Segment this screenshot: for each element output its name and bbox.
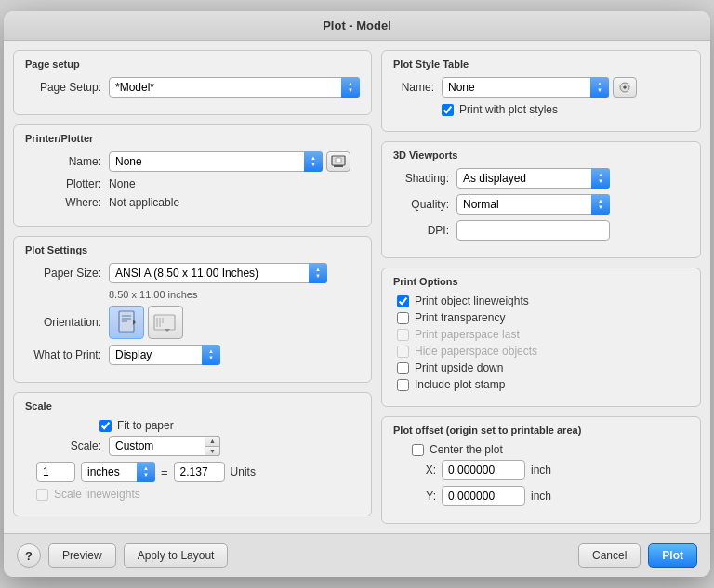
scale-left-input[interactable] [36, 462, 75, 482]
printer-name-label: Name: [25, 155, 109, 168]
quality-select-wrapper: Normal [456, 194, 610, 215]
fit-to-paper-row: Fit to paper [25, 419, 360, 432]
y-label: Y: [421, 490, 436, 503]
where-label: Where: [25, 196, 109, 209]
page-setup-section: Page setup Page Setup: *Model* [13, 50, 372, 115]
preview-button[interactable]: Preview [48, 543, 116, 568]
shading-select[interactable]: As displayed [456, 168, 610, 189]
plot-style-edit-button[interactable] [613, 77, 637, 98]
x-offset-input[interactable] [442, 460, 525, 480]
center-plot-label[interactable]: Center the plot [430, 443, 503, 456]
paper-size-row: Paper Size: ANSI A (8.50 x 11.00 Inches) [25, 263, 360, 283]
footer: ? Preview Apply to Layout Cancel Plot [4, 533, 710, 577]
dpi-row: DPI: [393, 220, 689, 241]
print-paperspace-last-checkbox[interactable] [397, 329, 409, 341]
help-button[interactable]: ? [17, 543, 41, 568]
hide-paperspace-objects-checkbox[interactable] [397, 346, 409, 358]
orientation-row: Orientation: [25, 306, 360, 339]
y-inch-label: inch [531, 490, 551, 503]
print-options-title: Print Options [393, 276, 689, 287]
fit-to-paper-checkbox[interactable] [99, 420, 112, 432]
shading-label: Shading: [393, 172, 456, 185]
print-option-1: Print transparency [393, 311, 689, 324]
shading-select-wrapper: As displayed [456, 168, 610, 189]
cancel-button[interactable]: Cancel [578, 543, 641, 568]
y-offset-row: Y: inch [393, 486, 689, 506]
plot-offset-section: Plot offset (origin set to printable are… [381, 416, 701, 524]
plot-button[interactable]: Plot [648, 543, 697, 568]
y-offset-input[interactable] [442, 486, 525, 506]
scale-input[interactable] [109, 436, 220, 456]
print-upside-down-label[interactable]: Print upside down [415, 361, 503, 374]
print-option-4: Print upside down [393, 361, 689, 374]
svg-rect-1 [334, 165, 343, 167]
print-option-0: Print object lineweights [393, 294, 689, 307]
inches-select[interactable]: inches [81, 462, 155, 482]
what-to-print-select[interactable]: Display [109, 345, 220, 365]
dpi-label: DPI: [393, 224, 456, 237]
hide-paperspace-objects-label: Hide paperspace objects [415, 345, 537, 358]
footer-left: ? Preview Apply to Layout [17, 543, 571, 568]
scale-lineweights-checkbox[interactable] [36, 489, 48, 501]
print-with-styles-label[interactable]: Print with plot styles [459, 103, 558, 116]
fit-to-paper-label[interactable]: Fit to paper [117, 419, 174, 432]
right-column: Plot Style Table Name: None [381, 50, 701, 524]
include-plot-stamp-label[interactable]: Include plot stamp [415, 378, 505, 391]
landscape-button[interactable] [148, 306, 183, 339]
paper-size-select[interactable]: ANSI A (8.50 x 11.00 Inches) [109, 263, 327, 283]
printer-name-select[interactable]: None [109, 151, 323, 172]
where-row: Where: Not applicable [25, 196, 360, 209]
dpi-input[interactable] [456, 220, 610, 241]
printer-name-select-wrapper: None [109, 151, 323, 172]
print-object-lineweights-label[interactable]: Print object lineweights [415, 294, 529, 307]
print-options-section: Print Options Print object lineweights P… [381, 268, 701, 407]
plot-settings-section: Plot Settings Paper Size: ANSI A (8.50 x… [13, 236, 372, 383]
left-column: Page setup Page Setup: *Model* Printer/P… [13, 50, 372, 524]
page-setup-title: Page setup [25, 59, 360, 70]
plot-style-select[interactable]: None [442, 77, 609, 98]
scale-up-arrow[interactable]: ▲ [205, 437, 219, 447]
paper-dimensions: 8.50 x 11.00 inches [109, 289, 360, 300]
scale-down-arrow[interactable]: ▼ [205, 447, 219, 456]
portrait-button[interactable] [109, 306, 144, 339]
viewports-3d-section: 3D Viewports Shading: As displayed Quali… [381, 141, 701, 258]
printer-plotter-section: Printer/Plotter Name: None [13, 124, 372, 227]
footer-right: Cancel Plot [578, 543, 697, 568]
x-inch-label: inch [531, 464, 551, 477]
center-plot-checkbox[interactable] [412, 444, 424, 456]
dialog-title: Plot - Model [323, 19, 391, 33]
quality-select[interactable]: Normal [456, 194, 610, 215]
print-object-lineweights-checkbox[interactable] [397, 295, 409, 307]
orientation-label: Orientation: [25, 316, 109, 329]
plot-dialog: Plot - Model Page setup Page Setup: *Mod… [4, 11, 710, 577]
scale-title: Scale [25, 400, 360, 412]
scale-arrows: ▲ ▼ [205, 436, 220, 456]
where-value: Not applicable [109, 196, 179, 209]
center-plot-row: Center the plot [393, 443, 689, 456]
scale-lineweights-row: Scale lineweights [25, 488, 360, 501]
print-transparency-label[interactable]: Print transparency [415, 311, 505, 324]
units-label: Units [231, 465, 256, 478]
inches-select-wrapper: inches [81, 462, 155, 482]
equals-sign: = [161, 465, 168, 479]
print-option-3: Hide paperspace objects [393, 345, 689, 358]
include-plot-stamp-checkbox[interactable] [397, 379, 409, 391]
page-setup-select-wrapper: *Model* [109, 77, 360, 98]
plotter-row: Plotter: None [25, 177, 360, 190]
plot-style-table-section: Plot Style Table Name: None [381, 50, 701, 132]
page-setup-label: Page Setup: [25, 81, 109, 94]
scale-right-input[interactable] [174, 462, 225, 482]
print-with-styles-row: Print with plot styles [393, 103, 689, 116]
x-label: X: [421, 464, 436, 477]
printer-properties-button[interactable] [326, 151, 350, 172]
print-transparency-checkbox[interactable] [397, 312, 409, 324]
plotter-value: None [109, 177, 136, 190]
page-setup-select[interactable]: *Model* [109, 77, 360, 98]
scale-units-row: inches = Units [25, 462, 360, 482]
plot-settings-title: Plot Settings [25, 244, 360, 255]
plot-offset-title: Plot offset (origin set to printable are… [393, 425, 689, 436]
print-upside-down-checkbox[interactable] [397, 362, 409, 374]
print-with-styles-checkbox[interactable] [442, 104, 454, 116]
apply-to-layout-button[interactable]: Apply to Layout [124, 543, 229, 568]
scale-lineweights-label: Scale lineweights [54, 488, 140, 501]
